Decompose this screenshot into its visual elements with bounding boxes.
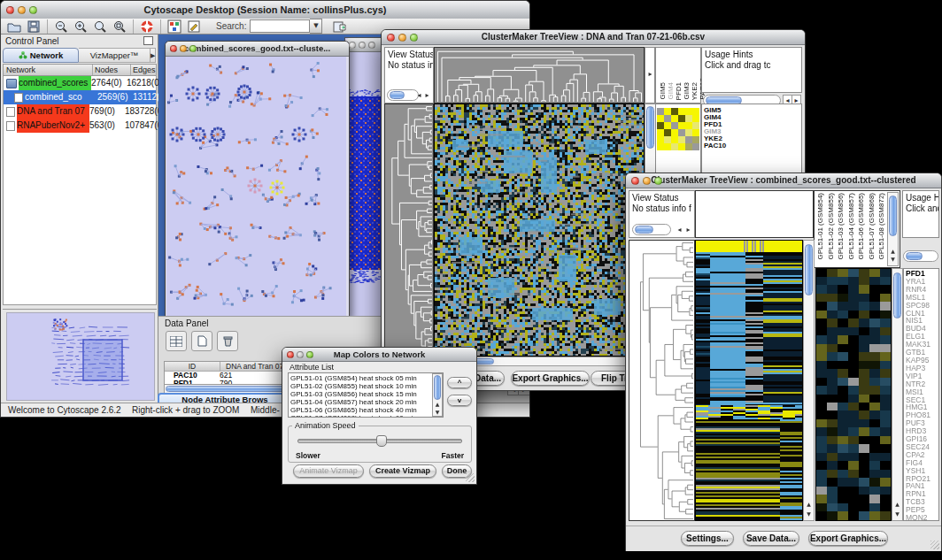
help-lifering-icon[interactable] [137,19,157,35]
attribute-item[interactable]: GPL51-06 (GSM865) heat shock 40 min [289,406,443,414]
tv1-row-dendrogram[interactable] [384,104,434,357]
network-view-titlebar[interactable]: combined_scores_good.txt--cluste... [166,42,349,57]
tv2-vscrollbar[interactable]: ▲ ▼ [803,240,815,521]
scroll-down-icon[interactable]: ▼ [892,509,902,519]
scroll-down-icon[interactable]: ▼ [888,254,898,265]
move-down-button[interactable]: v [447,395,472,406]
col-edges[interactable]: Edges [131,65,156,75]
tv2-top-dendrogram[interactable] [695,190,814,238]
network-list-row[interactable]: combined_scores 2764(0) 16218(0) [4,76,156,90]
scroll-left-icon[interactable]: ◂ [676,225,683,235]
close-icon[interactable] [387,34,395,42]
tv2-zoom-heatmap[interactable] [815,268,892,521]
zoom-window-icon[interactable] [410,34,418,42]
zoom-window-icon[interactable] [29,6,37,14]
close-icon[interactable] [287,351,294,358]
animate-vizmap-button[interactable]: Animate Vizmap [293,464,364,478]
network-list-row[interactable]: DNA and Tran 07 769(0) 183728(0) [4,104,156,119]
network-list-row[interactable]: RNAPuberNov2+ 563(0) 107847(0) [4,119,156,133]
zoom-window-icon[interactable] [306,351,313,358]
save-session-button[interactable] [24,19,43,35]
close-icon[interactable] [349,42,356,49]
scroll-up-icon[interactable]: ▲ [433,401,442,408]
attribute-item[interactable]: GPL51-04 (GSM857) heat shock 20 min [289,398,443,406]
zoom-in-icon[interactable] [71,19,90,35]
scroll-left-icon[interactable]: ◂ [415,90,423,101]
attribute-browser-icon[interactable] [329,19,349,35]
scroll-right-icon[interactable]: ▸ [423,90,431,101]
zoom-selected-icon[interactable] [90,19,110,35]
zoom-window-icon[interactable] [189,45,197,52]
zoom-out-icon[interactable] [51,19,71,35]
attribute-list-scrollbar[interactable]: ▲ ▼ [432,373,443,417]
close-icon[interactable] [170,45,177,52]
scroll-right-icon[interactable]: ▸ [684,225,692,235]
minimize-icon[interactable] [180,45,187,52]
resize-grip[interactable] [466,473,475,482]
close-icon[interactable] [631,177,639,185]
tv1-export-graphics-button[interactable]: Export Graphics... [511,371,590,386]
speed-slider[interactable] [297,439,462,443]
network-overview[interactable] [3,309,157,402]
tv2-collabel-scrollbar[interactable]: ▲ ▼ [887,192,899,266]
col-network[interactable]: Network [4,65,93,75]
minimize-icon[interactable] [359,42,366,49]
attribute-list[interactable]: GPL51-01 (GSM854) heat shock 05 minGPL51… [288,372,444,418]
tv1-top-dendrogram[interactable] [434,47,645,104]
data-col-id[interactable]: ID [165,362,220,371]
scroll-down-icon[interactable]: ▼ [433,409,442,416]
tab-vizmapper[interactable]: VizMapper™ [79,48,151,63]
network-list-row[interactable]: combined_sco 2569(6) 13112(15) [4,90,156,104]
scroll-down-icon[interactable]: ▼ [804,509,814,519]
gene-label[interactable]: PAC10 [704,142,801,150]
resize-grip[interactable] [930,541,939,549]
attribute-item[interactable]: GPL51-01 (GSM854) heat shock 05 min [289,374,443,382]
search-input[interactable] [250,19,310,33]
attribute-item[interactable]: GPL51-07 (GSM868) heat shock 60 min [289,414,443,418]
search-dropdown-button[interactable]: ▼ [310,19,322,34]
minimize-icon[interactable] [297,351,304,358]
new-attribute-icon[interactable] [191,331,212,351]
float-panel-icon[interactable] [143,36,153,45]
tv2-hints-scrollbar[interactable] [903,250,938,262]
tv2-export-graphics-button[interactable]: Export Graphics... [808,531,888,546]
tv2-settings-button[interactable]: Settings... [681,531,734,546]
tv2-save-data-button[interactable]: Save Data... [743,531,799,546]
network-view-window[interactable]: combined_scores_good.txt--cluste... [165,41,350,316]
col-nodes[interactable]: Nodes [93,65,131,75]
delete-attribute-icon[interactable] [217,331,238,351]
tv1-zoom-matrix[interactable] [657,108,699,150]
minimize-icon[interactable] [398,34,406,42]
tv2-heatmap[interactable] [695,240,803,521]
cytoscape-titlebar[interactable]: Cytoscape Desktop (Session Name: collins… [1,1,529,19]
tv2-status-scrollbar[interactable] [632,224,671,235]
move-up-button[interactable]: ^ [447,377,472,388]
create-vizmap-button[interactable]: Create Vizmap [369,464,436,478]
table-icon[interactable] [166,331,187,351]
slider-thumb[interactable] [376,435,387,447]
attribute-item[interactable]: GPL51-02 (GSM855) heat shock 10 min [289,382,443,390]
tv2-zoom-scrollbar[interactable]: ▲ ▼ [892,268,903,521]
zoom-fit-icon[interactable] [110,19,129,35]
tv1-heatmap[interactable] [434,104,645,357]
tv2-row-dendrogram[interactable] [629,240,695,521]
tab-overflow-button[interactable]: ▶ [151,48,156,63]
attribute-item[interactable]: GPL51-03 (GSM856) heat shock 15 min [289,390,443,398]
scroll-right-icon[interactable]: ▸ [646,69,654,80]
treeview2-titlebar[interactable]: ClusterMaker TreeView : combined_scores_… [626,173,941,188]
toolbar-separator [160,19,161,34]
gene-label[interactable]: MON2 [906,514,938,521]
minimize-icon[interactable] [643,177,651,185]
open-session-button[interactable] [4,19,24,35]
network-canvas[interactable] [166,57,346,316]
tab-network[interactable]: Network [3,48,79,63]
dialog-titlebar[interactable]: Map Colors to Network [282,348,476,362]
zoom-window-icon[interactable] [654,177,662,185]
vizmapper-icon[interactable] [165,19,184,35]
annotation-icon[interactable] [184,19,204,35]
close-icon[interactable] [6,6,14,14]
zoom-window-icon[interactable] [368,42,375,49]
tv1-status-scrollbar[interactable] [387,89,419,101]
minimize-icon[interactable] [18,6,26,14]
treeview1-titlebar[interactable]: ClusterMaker TreeView : DNA and Tran 07-… [382,30,805,45]
